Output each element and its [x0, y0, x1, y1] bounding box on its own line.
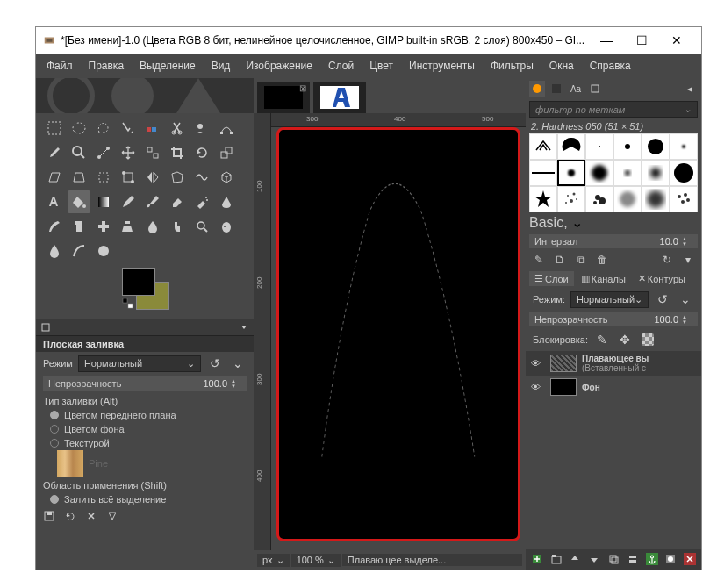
tool-perspective[interactable] — [68, 166, 90, 189]
menu-filters[interactable]: Фильтры — [484, 56, 541, 75]
dup-layer-button[interactable] — [606, 551, 621, 567]
tool-handle-transform[interactable] — [117, 166, 140, 189]
brush-grid[interactable] — [529, 133, 698, 212]
tool-foreground-select[interactable] — [190, 117, 213, 140]
canvas[interactable] — [276, 127, 520, 541]
file-tab-1[interactable]: ⊠ — [257, 82, 310, 113]
lower-layer-button[interactable] — [586, 551, 602, 567]
tool-rotate[interactable] — [190, 141, 213, 164]
mode-menu-button[interactable]: ⌄ — [229, 355, 247, 372]
tool-3d[interactable] — [215, 166, 238, 189]
tool-bucket-fill[interactable] — [68, 190, 90, 213]
dup-brush-icon[interactable]: ⧉ — [573, 253, 589, 267]
refresh-brush-icon[interactable]: ↻ — [659, 253, 675, 267]
menu-windows[interactable]: Окна — [542, 56, 581, 75]
new-brush-icon[interactable]: 🗋 — [552, 253, 568, 267]
tool-curves[interactable] — [68, 240, 90, 262]
tab-menu-icon[interactable] — [240, 323, 248, 332]
tool-flip[interactable] — [141, 166, 164, 189]
restore-options-icon[interactable] — [64, 510, 76, 522]
tool-eraser[interactable] — [166, 190, 189, 213]
tool-dodge[interactable] — [190, 215, 213, 238]
maximize-button[interactable]: ☐ — [624, 28, 659, 53]
menu-layer[interactable]: Слой — [321, 56, 361, 75]
tool-ellipse-select[interactable] — [68, 117, 90, 140]
del-brush-icon[interactable]: 🗑 — [594, 253, 610, 267]
brush-filter-input[interactable]: фильтр по меткам ⌄ — [529, 101, 698, 118]
close-tab-icon[interactable]: ⊠ — [299, 83, 308, 92]
fill-texture-radio[interactable]: Текстурой — [36, 436, 254, 450]
visibility-icon[interactable]: 👁 — [531, 382, 545, 392]
tool-ink[interactable] — [215, 190, 238, 213]
layer-mode-dropdown[interactable]: Нормальный ⌄ — [570, 291, 649, 308]
brush-menu-icon[interactable]: ▾ — [680, 253, 696, 267]
horizontal-ruler[interactable]: 300 400 500 — [271, 113, 526, 127]
menu-tools[interactable]: Инструменты — [402, 56, 482, 75]
tool-unified-transform[interactable] — [92, 166, 115, 189]
tool-text[interactable] — [43, 190, 66, 213]
tool-pencil[interactable] — [117, 190, 140, 213]
tool-crop[interactable] — [166, 141, 189, 164]
tool-measure[interactable] — [92, 141, 115, 164]
fill-bg-radio[interactable]: Цветом фона — [36, 422, 254, 436]
patterns-tab[interactable] — [549, 81, 564, 97]
tool-rect-select[interactable] — [43, 117, 66, 140]
tool-paths[interactable] — [215, 117, 238, 140]
tool-heal[interactable] — [92, 215, 115, 238]
merge-layer-button[interactable] — [625, 551, 641, 567]
menu-colors[interactable]: Цвет — [362, 56, 400, 75]
tool-warp[interactable] — [190, 166, 213, 189]
mode-dropdown[interactable]: Нормальный ⌄ — [78, 355, 201, 372]
layer-mode-menu[interactable]: ⌄ — [677, 290, 694, 308]
minimize-button[interactable]: — — [589, 28, 624, 53]
tool-circle[interactable] — [92, 240, 115, 262]
layer-opacity-slider[interactable]: Непрозрачность 100.0 ▲▼ — [529, 312, 698, 326]
history-tab[interactable] — [587, 81, 603, 97]
opacity-slider[interactable]: Непрозрачность 100.0 ▲▼ — [43, 376, 247, 391]
tool-scissors[interactable] — [166, 117, 189, 140]
tool-paintbrush[interactable] — [141, 190, 164, 213]
tool-align[interactable] — [141, 141, 164, 164]
fg-bg-colors[interactable] — [122, 268, 175, 315]
channels-tab[interactable]: ▥Каналы — [576, 271, 631, 286]
menu-image[interactable]: Изображение — [239, 56, 319, 75]
dock-menu-icon[interactable]: ◂ — [682, 81, 698, 97]
brush-tag-input[interactable]: Basic, ⌄ — [529, 214, 698, 231]
menu-view[interactable]: Вид — [204, 56, 238, 75]
tool-perspective-clone[interactable] — [117, 215, 140, 238]
fill-whole-sel-radio[interactable]: Залить всё выделение — [36, 492, 254, 506]
layer-mode-reset[interactable]: ↺ — [654, 290, 671, 308]
paths-tab[interactable]: ✕Контуры — [633, 271, 691, 286]
fonts-tab[interactable]: Aa — [568, 81, 584, 97]
tool-by-color-select[interactable] — [141, 117, 164, 140]
lock-pixels-icon[interactable]: ✎ — [593, 331, 611, 348]
close-button[interactable]: ✕ — [659, 28, 694, 53]
anchor-layer-button[interactable] — [644, 551, 660, 567]
layer-floating[interactable]: 👁 Плавающее вы (Вставленный с — [526, 351, 701, 376]
new-group-button[interactable] — [549, 551, 564, 567]
vertical-ruler[interactable]: 100 200 300 400 — [254, 113, 271, 550]
tool-smudge[interactable] — [166, 215, 189, 238]
delete-options-icon[interactable] — [85, 510, 97, 522]
layer-background[interactable]: 👁 Фон — [526, 376, 701, 398]
tool-gegl[interactable] — [215, 215, 238, 238]
zoom-dropdown[interactable]: 100 %⌄ — [291, 554, 341, 567]
menu-file[interactable]: Файл — [39, 56, 80, 75]
tool-shear[interactable] — [43, 166, 66, 189]
tool-mypaint[interactable] — [43, 215, 66, 238]
tool-move[interactable] — [117, 141, 140, 164]
delete-layer-button[interactable] — [682, 551, 698, 567]
mask-layer-button[interactable] — [663, 551, 678, 567]
fg-color-swatch[interactable] — [122, 268, 155, 296]
raise-layer-button[interactable] — [568, 551, 584, 567]
brushes-tab[interactable] — [529, 81, 545, 97]
layers-tab[interactable]: ☰Слои — [529, 271, 574, 286]
tool-drop[interactable] — [43, 240, 66, 262]
save-options-icon[interactable] — [43, 510, 55, 522]
reset-options-icon[interactable] — [106, 510, 118, 522]
tool-blur[interactable] — [141, 215, 164, 238]
tool-free-select[interactable] — [92, 117, 115, 140]
tool-color-picker[interactable] — [43, 141, 66, 164]
visibility-icon[interactable]: 👁 — [531, 358, 545, 369]
tool-airbrush[interactable] — [190, 190, 213, 213]
